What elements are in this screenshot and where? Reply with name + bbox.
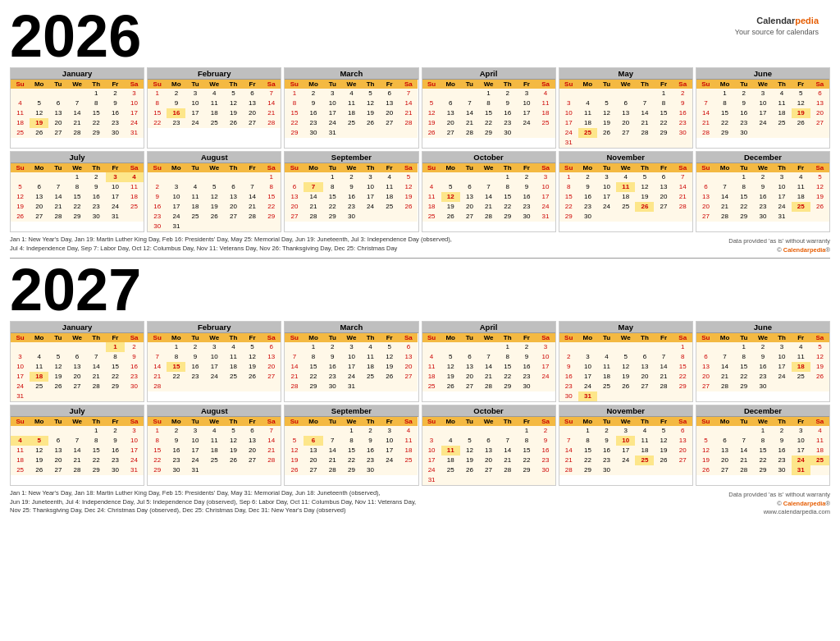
month-oct-2026: October SuMoTuWeThFrSa 123 45678910 1112…: [422, 151, 556, 232]
year-2027-section: 2027 January SuMoTuWeThFrSa 12 3456789 1…: [10, 260, 830, 517]
month-jan-2027: January SuMoTuWeThFrSa 12 3456789 101112…: [10, 321, 144, 402]
year-2027-grid: January SuMoTuWeThFrSa 12 3456789 101112…: [10, 321, 830, 486]
month-dec-2027: December SuMoTuWeThFrSa 1234 567891011 1…: [696, 405, 830, 486]
month-oct-2027: October SuMoTuWeThFrSa 12 3456789 101112…: [422, 405, 556, 486]
month-sep-2026: September SuMoTuWeThFrSa 12345 678910111…: [284, 151, 418, 232]
month-apr-2026: April SuMoTuWeThFrSa 1234 567891011 1213…: [422, 67, 556, 149]
month-aug-2026: August SuMoTuWeThFrSa 1 2345678 91011121…: [147, 151, 281, 232]
year-2026-section: 2026 January SuMoTuWeThFrSa 123 45678910…: [10, 7, 830, 254]
month-jan-2026: January SuMoTuWeThFrSa 123 45678910 1112…: [10, 67, 144, 149]
month-mar-2026: March SuMoTuWeThFrSa 1234567 89101112131…: [284, 67, 418, 149]
year-2027-title: 2027: [10, 260, 830, 319]
month-may-2027: May SuMoTuWeThFrSa 1 2345678 91011121314…: [559, 321, 693, 402]
year-2026-footer: Jan 1: New Year's Day, Jan 19: Martin Lu…: [10, 234, 830, 254]
month-jul-2027: July SuMoTuWeThFrSa 123 45678910 1112131…: [10, 405, 144, 486]
year-2026-grid: January SuMoTuWeThFrSa 123 45678910 1112…: [10, 67, 830, 232]
month-may-2026: May SuMoTuWeThFrSa 12 3456789 1011121314…: [559, 67, 693, 149]
year-2026-holidays: Jan 1: New Year's Day, Jan 19: Martin Lu…: [10, 236, 452, 253]
month-jul-2026: July SuMoTuWeThFrSa 1234 567891011 12131…: [10, 151, 144, 232]
month-aug-2027: August SuMoTuWeThFrSa 1234567 8910111213…: [147, 405, 281, 486]
month-feb-2027: February SuMoTuWeThFrSa 123456 789101112…: [147, 321, 281, 402]
year-2026-copyright: Data provided 'as is' without warranty ©…: [728, 237, 830, 254]
month-jun-2026: June SuMoTuWeThFrSa 123456 78910111213 1…: [696, 67, 830, 149]
month-apr-2027: April SuMoTuWeThFrSa 123 45678910 111213…: [422, 321, 556, 402]
month-sep-2027: September SuMoTuWeThFrSa 1234 567891011 …: [284, 405, 418, 486]
year-2026-title: 2026: [10, 7, 830, 66]
month-mar-2027: March SuMoTuWeThFrSa 123456 78910111213 …: [284, 321, 418, 402]
month-nov-2027: November SuMoTuWeThFrSa 123456 789101112…: [559, 405, 693, 486]
month-dec-2026: December SuMoTuWeThFrSa 12345 6789101112…: [696, 151, 830, 232]
month-nov-2026: November SuMoTuWeThFrSa 1234567 89101112…: [559, 151, 693, 232]
month-jun-2027: June SuMoTuWeThFrSa 12345 6789101112 131…: [696, 321, 830, 402]
month-feb-2026: February SuMoTuWeThFrSa 1234567 89101112…: [147, 67, 281, 149]
year-2027-holidays: Jan 1: New Year's Day, Jan 18: Martin Lu…: [10, 489, 416, 515]
year-2027-footer: Jan 1: New Year's Day, Jan 18: Martin Lu…: [10, 488, 830, 517]
year-2027-copyright: Data provided 'as is' without warranty ©…: [728, 491, 830, 517]
